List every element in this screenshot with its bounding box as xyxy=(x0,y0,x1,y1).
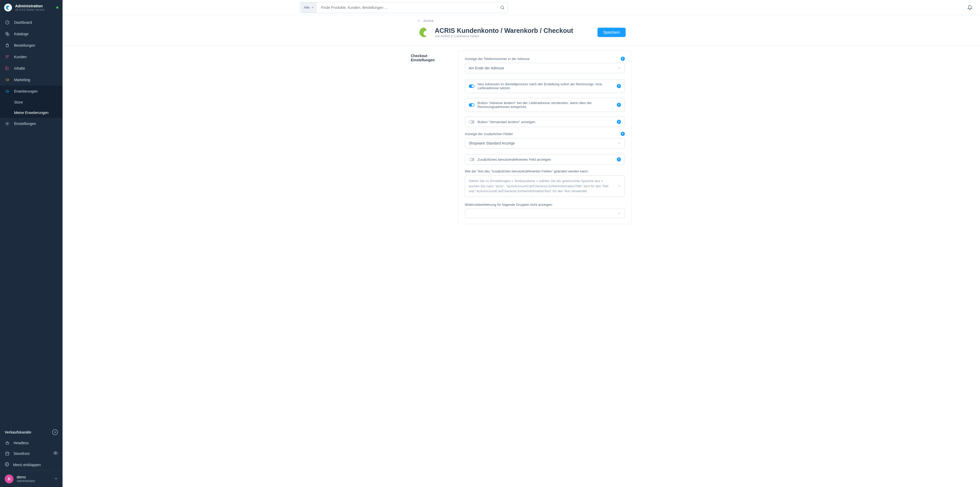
chevron-up-icon xyxy=(54,477,58,481)
nav-dashboard[interactable]: Dashboard xyxy=(0,17,62,28)
user-name: demo xyxy=(17,475,35,479)
nav-content[interactable]: Inhalte xyxy=(0,62,62,74)
nav-label: Einstellungen xyxy=(14,121,36,126)
svg-point-3 xyxy=(6,56,8,57)
basket-icon xyxy=(5,440,10,445)
nav-label: Bestellungen xyxy=(14,43,35,48)
field-hide-change-switch: Button "Adresse ändern" bei der Lieferad… xyxy=(465,98,625,112)
nav-my-extensions[interactable]: Meine Erweiterungen xyxy=(0,107,62,118)
channel-headless[interactable]: Headless xyxy=(0,438,62,448)
user-role: Administrator xyxy=(17,479,35,483)
page-subtitle: von ACRIS E-Commerce GmbH xyxy=(435,34,573,38)
search-button[interactable] xyxy=(497,5,508,10)
arrow-left-icon xyxy=(417,19,422,22)
svg-point-4 xyxy=(8,56,9,56)
notifications-button[interactable] xyxy=(967,4,973,11)
chevron-down-icon xyxy=(618,212,621,215)
back-link[interactable]: Zurück xyxy=(417,19,626,23)
collapse-icon xyxy=(5,462,10,468)
channels-head: Verkaufskanäle + xyxy=(0,425,62,438)
topbar: Alle xyxy=(62,0,980,15)
svg-point-15 xyxy=(55,453,56,454)
channel-storefront[interactable]: Storefront xyxy=(0,448,62,459)
settings-card: Anzeige der Telefonnummer in der Adresse… xyxy=(458,51,632,224)
field-phone-display: Anzeige der Telefonnummer in der Adresse… xyxy=(465,57,625,73)
sidebar: Administration v6.4.9.0 Stable Version D… xyxy=(0,0,62,487)
field-extra-fields: Anzeige der zusätzlichen Felder ? Shopwa… xyxy=(465,132,625,148)
status-indicator xyxy=(56,6,58,9)
toggle-hide-change[interactable] xyxy=(469,103,474,107)
users-icon xyxy=(5,54,10,59)
avatar: D xyxy=(5,474,14,483)
user-menu[interactable]: D demo Administrator xyxy=(0,471,62,487)
section-label: Checkout Einstellungen xyxy=(411,51,449,224)
search-scope-dropdown[interactable]: Alle xyxy=(301,2,317,13)
field-label: Anzeige der Telefonnummer in der Adresse xyxy=(465,57,530,61)
nav-orders[interactable]: Bestellungen xyxy=(0,40,62,51)
field-label: Widerrufsbehlehrung für folgende Gruppen… xyxy=(465,203,553,207)
search-input[interactable] xyxy=(318,5,497,10)
phone-display-select[interactable]: Am Ende der Adresse xyxy=(465,63,625,73)
toggle-new-address[interactable] xyxy=(469,85,474,88)
svg-rect-5 xyxy=(6,67,7,70)
chevron-down-icon xyxy=(618,142,621,145)
add-channel-button[interactable]: + xyxy=(52,430,58,435)
help-icon[interactable]: ? xyxy=(617,84,621,88)
field-revocation: Widerrufsbehlehrung für folgende Gruppen… xyxy=(465,203,625,218)
svg-rect-9 xyxy=(6,91,8,93)
content: Checkout Einstellungen Anzeige der Telef… xyxy=(62,45,980,487)
nav-label: Inhalte xyxy=(14,66,25,70)
plugin-logo xyxy=(417,25,431,39)
nav-label: Kataloge xyxy=(14,32,29,36)
help-icon[interactable]: ? xyxy=(620,132,625,136)
revocation-select[interactable] xyxy=(465,209,625,218)
main: Alle Zurück ACRIS Kunden xyxy=(62,0,980,487)
chevron-down-icon xyxy=(311,6,314,9)
field-custom-howto: Wie der Text des "zusätzlichen benutzerd… xyxy=(465,169,625,197)
gear-icon xyxy=(5,121,10,126)
switch-label: Button "Adresse ändern" bei der Lieferad… xyxy=(477,101,614,109)
help-icon[interactable]: ? xyxy=(617,157,621,161)
toggle-custom-field[interactable] xyxy=(469,158,474,161)
field-label: Wie der Text des "zusätzlichen benutzerd… xyxy=(465,169,589,173)
collapse-menu[interactable]: Menü einklappen xyxy=(0,459,62,471)
gauge-icon xyxy=(5,20,10,25)
page-header: Zurück ACRIS Kundenkonto / Warenkorb / C… xyxy=(62,15,980,45)
svg-point-17 xyxy=(501,6,504,9)
nav-label: Erweiterungen xyxy=(14,89,38,93)
custom-howto-info[interactable]: Gehen Sie zu Einstellungen > Textbaustei… xyxy=(465,175,625,197)
save-button[interactable]: Speichern xyxy=(598,28,625,37)
eye-icon[interactable] xyxy=(53,451,58,456)
main-nav: Dashboard Kataloge Bestellungen Kunden I… xyxy=(0,17,62,425)
nav-extensions[interactable]: Erweiterungen xyxy=(0,86,62,97)
help-icon[interactable]: ? xyxy=(620,57,625,61)
app-logo xyxy=(4,4,12,11)
megaphone-icon xyxy=(5,77,10,82)
nav-settings[interactable]: Einstellungen xyxy=(0,118,62,129)
bell-icon xyxy=(967,4,973,10)
help-icon[interactable]: ? xyxy=(617,103,621,107)
field-label: Anzeige der zusätzlichen Felder xyxy=(465,132,513,136)
nav-label: Kunden xyxy=(14,55,27,59)
svg-line-18 xyxy=(503,8,504,10)
nav-label: Marketing xyxy=(14,78,30,82)
nav-catalogues[interactable]: Kataloge xyxy=(0,28,62,40)
field-new-address-switch: Neu Adressen im Bestellprozess nach der … xyxy=(465,79,625,93)
search-icon xyxy=(500,5,505,10)
layout-icon xyxy=(5,66,10,71)
copy-icon xyxy=(5,31,10,37)
help-icon[interactable]: ? xyxy=(617,120,621,124)
field-custom-field-switch: Zusätzliches benutzerdefiniertes Feld an… xyxy=(465,154,625,164)
nav-customers[interactable]: Kunden xyxy=(0,51,62,62)
sidebar-header: Administration v6.4.9.0 Stable Version xyxy=(0,0,62,15)
nav-marketing[interactable]: Marketing xyxy=(0,74,62,86)
field-show-shipping-switch: Button "Versandart ändern" anzeigen ? xyxy=(465,117,625,127)
svg-point-14 xyxy=(7,123,8,125)
switch-label: Zusätzliches benutzerdefiniertes Feld an… xyxy=(477,158,614,161)
svg-point-16 xyxy=(5,463,9,466)
extra-fields-select[interactable]: Shopware Standard Anzeige xyxy=(465,138,625,148)
nav-store[interactable]: Store xyxy=(0,97,62,107)
toggle-show-shipping[interactable] xyxy=(469,120,474,124)
bag-icon xyxy=(5,43,10,48)
switch-label: Neu Adressen im Bestellprozess nach der … xyxy=(477,82,614,90)
